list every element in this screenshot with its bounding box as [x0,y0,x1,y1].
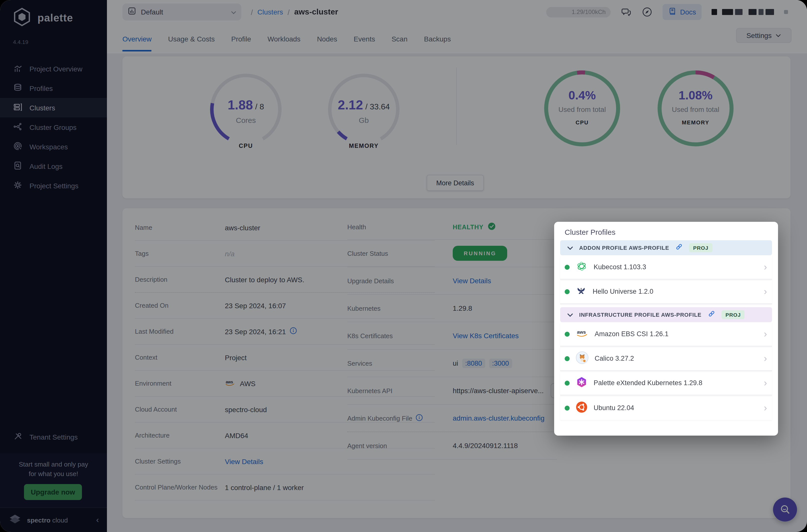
scope-badge: PROJ [721,310,745,319]
chevron-down-icon [567,310,573,319]
profile-layer-hello-universe[interactable]: Hello Universe 1.2.0 › [560,280,772,304]
hello-universe-icon [576,285,587,298]
chevron-right-icon: › [764,286,767,297]
profile-layer-amazon-ebs-csi[interactable]: aws Amazon EBS CSI 1.26.1 › [560,322,772,347]
link-icon [708,310,716,320]
status-dot [565,265,570,269]
cluster-profiles-popup: Cluster Profiles ADDON PROFILE AWS-PROFI… [554,222,778,436]
status-dot [565,405,570,410]
popup-title: Cluster Profiles [560,227,772,240]
ubuntu-icon [576,401,588,415]
chevron-right-icon: › [764,377,767,388]
chevron-right-icon: › [764,402,767,413]
profile-name: ADDON PROFILE AWS-PROFILE [579,245,669,251]
scope-badge: PROJ [689,243,712,252]
calico-icon [576,351,589,366]
profile-layer-ubuntu[interactable]: Ubuntu 22.04 › [560,396,772,420]
status-dot [565,331,570,337]
chevron-right-icon: › [764,328,767,339]
profile-layer-kubecost[interactable]: Kubecost 1.103.3 › [560,255,772,280]
app-window: palette 4.4.19 Project Overview Profiles… [0,0,807,532]
svg-text:aws: aws [577,329,586,335]
layer-name: Palette eXtended Kubernetes 1.29.8 [594,379,702,387]
chevron-down-icon [567,243,573,252]
pxk-icon [576,376,588,390]
chevron-right-icon: › [764,353,767,364]
layer-name: Amazon EBS CSI 1.26.1 [595,330,669,338]
profile-layer-palette-extended-kubernetes[interactable]: Palette eXtended Kubernetes 1.29.8 › [560,371,772,396]
status-dot [565,380,570,385]
profile-name: INFRASTRUCTURE PROFILE AWS-PROFILE [579,312,701,318]
layer-name: Hello Universe 1.2.0 [593,288,653,295]
link-icon [675,243,683,253]
addon-profile-header[interactable]: ADDON PROFILE AWS-PROFILE PROJ [560,240,772,255]
layer-name: Calico 3.27.2 [595,355,634,362]
status-dot [565,356,570,361]
status-dot [565,289,570,294]
layer-name: Kubecost 1.103.3 [594,263,646,271]
profile-layer-calico[interactable]: Calico 3.27.2 › [560,347,772,371]
infrastructure-profile-header[interactable]: INFRASTRUCTURE PROFILE AWS-PROFILE PROJ [560,307,772,322]
layer-name: Ubuntu 22.04 [594,404,634,412]
chevron-right-icon: › [764,262,767,272]
kubecost-icon [576,260,588,274]
aws-icon: aws [576,328,589,339]
